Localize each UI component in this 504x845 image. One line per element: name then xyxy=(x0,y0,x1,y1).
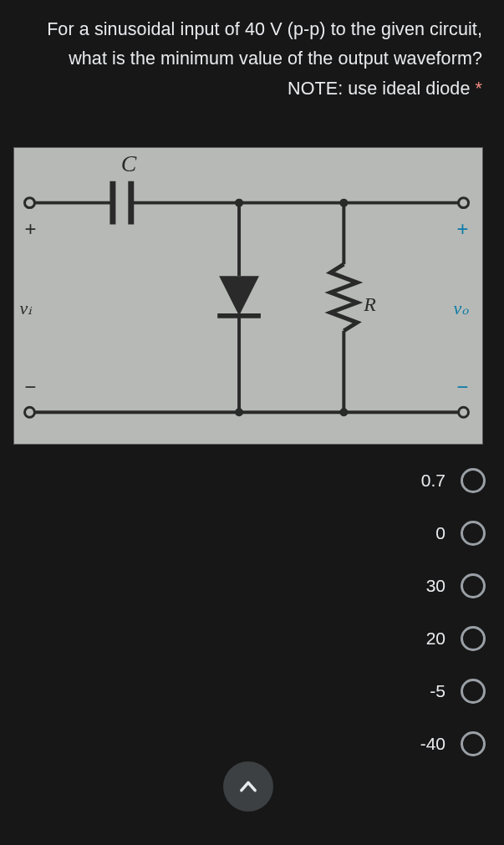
question-body: For a sinusoidal input of 40 V (p-p) to … xyxy=(47,19,482,99)
option-row[interactable]: 20 xyxy=(426,626,486,651)
chevron-up-icon xyxy=(237,775,260,798)
option-row[interactable]: -40 xyxy=(420,731,486,756)
radio-icon[interactable] xyxy=(461,521,486,546)
label-minus-right: − xyxy=(457,376,469,399)
circuit-svg: C R + + vᵢ vₒ − − xyxy=(14,148,482,444)
option-row[interactable]: 0.7 xyxy=(421,468,486,493)
svg-point-12 xyxy=(25,408,35,418)
label-vout: vₒ xyxy=(454,298,470,318)
option-label: 0 xyxy=(435,523,445,543)
figure-container: C R + + vᵢ vₒ − − xyxy=(0,147,504,445)
option-label: 0.7 xyxy=(421,471,445,491)
radio-icon[interactable] xyxy=(461,626,486,651)
option-row[interactable]: 30 xyxy=(426,573,486,598)
svg-marker-6 xyxy=(219,277,259,317)
label-plus-left: + xyxy=(25,218,37,241)
radio-icon[interactable] xyxy=(461,573,486,598)
option-label: 20 xyxy=(426,629,445,649)
radio-icon[interactable] xyxy=(461,679,486,704)
svg-point-14 xyxy=(459,408,469,418)
option-row[interactable]: -5 xyxy=(430,679,486,704)
svg-point-15 xyxy=(235,199,243,207)
question-text: For a sinusoidal input of 40 V (p-p) to … xyxy=(0,0,504,117)
option-label: -40 xyxy=(420,734,445,754)
circuit-diagram: C R + + vᵢ vₒ − − xyxy=(13,147,483,445)
option-row[interactable]: 0 xyxy=(435,521,486,546)
option-label: -5 xyxy=(430,681,445,701)
scroll-top-button[interactable] xyxy=(223,761,273,812)
label-minus-left: − xyxy=(25,376,37,399)
option-label: 30 xyxy=(426,576,445,596)
radio-icon[interactable] xyxy=(461,731,486,756)
label-capacitor: C xyxy=(121,150,137,176)
options-list: 0.7 0 30 20 -5 -40 xyxy=(0,445,504,756)
radio-icon[interactable] xyxy=(461,468,486,493)
svg-point-17 xyxy=(235,409,243,417)
label-resistor: R xyxy=(363,293,376,315)
svg-point-18 xyxy=(339,409,348,417)
label-vin: vᵢ xyxy=(20,298,33,318)
svg-point-16 xyxy=(339,199,348,207)
required-marker: * xyxy=(476,79,482,99)
svg-point-13 xyxy=(459,198,469,208)
svg-point-11 xyxy=(25,198,35,208)
label-plus-right: + xyxy=(457,218,469,241)
